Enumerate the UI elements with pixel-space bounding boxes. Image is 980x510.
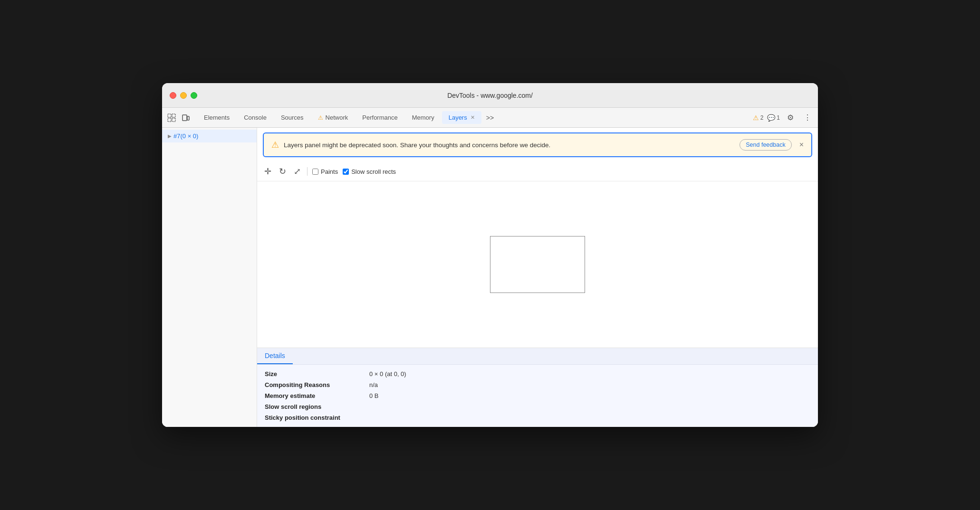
- tab-layers[interactable]: Layers ✕: [442, 111, 481, 124]
- tab-sources[interactable]: Sources: [274, 111, 310, 124]
- layers-canvas: [257, 181, 818, 348]
- messages-badge[interactable]: 💬 1: [767, 114, 780, 122]
- devtools-window: DevTools - www.google.com/: [162, 83, 818, 427]
- svg-rect-1: [172, 114, 175, 117]
- svg-rect-4: [183, 115, 187, 121]
- title-bar: DevTools - www.google.com/: [162, 83, 818, 108]
- warning-badge-icon: ⚠: [753, 114, 759, 122]
- more-options-icon[interactable]: ⋮: [801, 111, 814, 124]
- details-tab-label[interactable]: Details: [257, 348, 293, 364]
- layer-preview-box: [490, 236, 585, 293]
- traffic-lights: [170, 92, 197, 99]
- paints-checkbox[interactable]: [312, 169, 318, 175]
- main-content: ▶ #7(0 × 0) ⚠ Layers panel might be depr…: [162, 128, 818, 427]
- window-title: DevTools - www.google.com/: [447, 92, 533, 99]
- deprecation-banner: ⚠ Layers panel might be deprecated soon.…: [263, 132, 812, 157]
- detail-value-sticky: [369, 414, 810, 421]
- minimize-button[interactable]: [180, 92, 187, 99]
- detail-label-compositing: Compositing Reasons: [265, 381, 369, 388]
- layers-sidebar: ▶ #7(0 × 0): [162, 128, 257, 427]
- banner-warning-icon: ⚠: [271, 140, 279, 150]
- banner-message: Layers panel might be deprecated soon. S…: [284, 142, 735, 149]
- detail-value-compositing: n/a: [369, 381, 810, 388]
- detail-label-sticky: Sticky position constraint: [265, 414, 369, 421]
- tab-layers-close[interactable]: ✕: [471, 114, 475, 121]
- pan-icon[interactable]: ✛: [263, 165, 273, 178]
- tab-bar: Elements Console Sources ⚠ Network Perfo…: [162, 108, 818, 128]
- svg-rect-2: [168, 118, 171, 122]
- tab-console[interactable]: Console: [237, 111, 273, 124]
- tab-network[interactable]: ⚠ Network: [311, 111, 355, 124]
- tab-more-button[interactable]: >>: [482, 112, 498, 123]
- warnings-badge[interactable]: ⚠ 2: [753, 114, 764, 122]
- settings-icon[interactable]: ⚙: [784, 111, 797, 124]
- rotate-icon[interactable]: ↻: [278, 165, 288, 178]
- toolbar-separator: [307, 167, 307, 176]
- layers-toolbar: ✛ ↻ ⤢ Paints Slow scroll rects: [257, 162, 818, 181]
- network-warning-icon: ⚠: [318, 114, 323, 121]
- device-toolbar-icon[interactable]: [180, 112, 192, 123]
- svg-rect-0: [168, 114, 171, 117]
- details-header-row: Details: [257, 348, 818, 365]
- close-button[interactable]: [170, 92, 176, 99]
- detail-value-slow-scroll: [369, 403, 810, 410]
- paints-label: Paints: [321, 168, 338, 175]
- tab-performance[interactable]: Performance: [355, 111, 404, 124]
- detail-value-size: 0 × 0 (at 0, 0): [369, 370, 810, 378]
- maximize-button[interactable]: [191, 92, 197, 99]
- slow-scroll-checkbox-group[interactable]: Slow scroll rects: [343, 168, 396, 175]
- layers-content: ⚠ Layers panel might be deprecated soon.…: [257, 128, 818, 427]
- detail-value-memory: 0 B: [369, 392, 810, 399]
- sidebar-item-layer1[interactable]: ▶ #7(0 × 0): [162, 130, 257, 142]
- svg-rect-5: [187, 116, 189, 120]
- slow-scroll-checkbox[interactable]: [343, 169, 349, 175]
- detail-label-slow-scroll: Slow scroll regions: [265, 403, 369, 410]
- inspect-element-icon[interactable]: [166, 112, 177, 123]
- details-table: Size 0 × 0 (at 0, 0) Compositing Reasons…: [257, 365, 818, 427]
- detail-label-size: Size: [265, 370, 369, 378]
- tab-memory[interactable]: Memory: [405, 111, 441, 124]
- svg-rect-3: [172, 118, 175, 122]
- paints-checkbox-group[interactable]: Paints: [312, 168, 338, 175]
- send-feedback-button[interactable]: Send feedback: [740, 139, 791, 151]
- slow-scroll-label: Slow scroll rects: [351, 168, 396, 175]
- reset-view-icon[interactable]: ⤢: [292, 165, 302, 178]
- details-section: Details Size 0 × 0 (at 0, 0) Compositing…: [257, 348, 818, 427]
- detail-label-memory: Memory estimate: [265, 392, 369, 399]
- tab-bar-right: ⚠ 2 💬 1 ⚙ ⋮: [753, 111, 814, 124]
- tab-elements[interactable]: Elements: [197, 111, 236, 124]
- message-badge-icon: 💬: [767, 114, 775, 122]
- sidebar-arrow-icon: ▶: [168, 133, 172, 139]
- tab-bar-tools: [166, 112, 192, 123]
- banner-close-button[interactable]: ×: [799, 141, 804, 149]
